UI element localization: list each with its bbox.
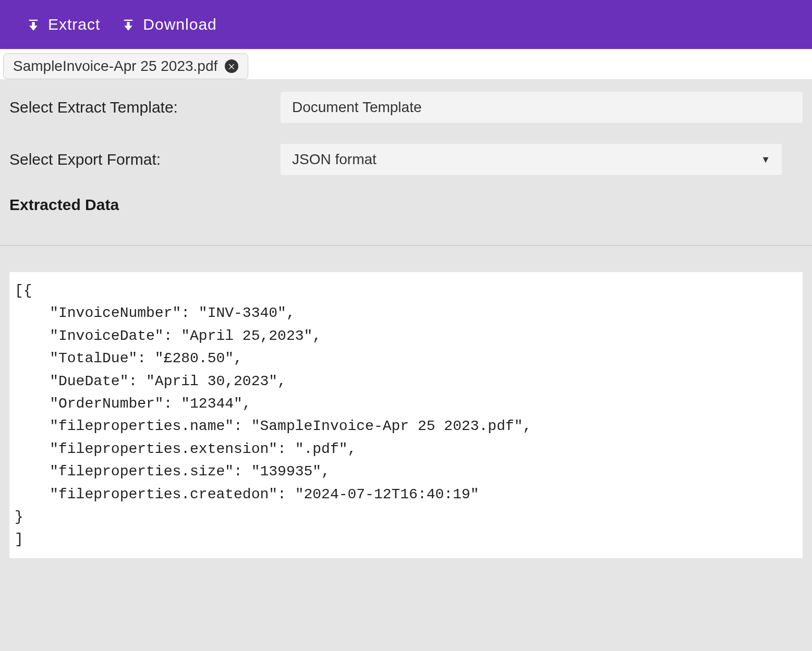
toolbar: Extract Download (0, 0, 812, 49)
template-select[interactable]: Document Template (281, 92, 803, 123)
template-label: Select Extract Template: (9, 99, 281, 116)
file-tab[interactable]: SampleInvoice-Apr 25 2023.pdf (3, 53, 248, 79)
close-icon[interactable] (225, 59, 238, 73)
export-label: Select Export Format: (9, 151, 281, 168)
template-row: Select Extract Template: Document Templa… (9, 92, 803, 123)
download-button[interactable]: Download (121, 16, 216, 33)
extract-button[interactable]: Extract (26, 16, 100, 33)
file-tab-filename: SampleInvoice-Apr 25 2023.pdf (13, 58, 217, 75)
output-wrap: [{ "InvoiceNumber": "INV-3340", "Invoice… (0, 246, 812, 568)
chevron-down-icon: ▼ (761, 154, 770, 165)
template-select-value: Document Template (292, 99, 422, 116)
download-button-label: Download (143, 16, 216, 33)
download-icon (26, 17, 41, 32)
export-select-value: JSON format (292, 151, 377, 168)
download-icon (121, 17, 136, 32)
export-row: Select Export Format: JSON format ▼ (9, 144, 803, 175)
file-tab-bar: SampleInvoice-Apr 25 2023.pdf (0, 49, 812, 79)
config-panel: Select Extract Template: Document Templa… (0, 79, 812, 214)
extracted-json-output: [{ "InvoiceNumber": "INV-3340", "Invoice… (9, 272, 803, 558)
export-format-select[interactable]: JSON format ▼ (281, 144, 782, 175)
extracted-data-heading: Extracted Data (9, 196, 803, 214)
extract-button-label: Extract (48, 16, 100, 33)
